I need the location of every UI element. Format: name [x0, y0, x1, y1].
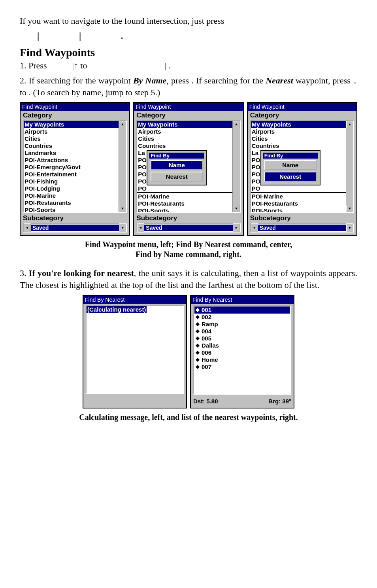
intro-para: If you want to navigate to the found int… — [20, 15, 357, 27]
waypoint-item[interactable]: 006 — [194, 349, 290, 356]
chevron-right-icon[interactable] — [346, 223, 353, 232]
waypoint-item[interactable]: Ramp — [194, 321, 290, 328]
list-item[interactable]: Airports — [251, 128, 346, 135]
svg-marker-7 — [236, 227, 238, 229]
subcategory-label: Subcategory — [23, 214, 127, 222]
list-item[interactable]: POI-Entertainment — [24, 171, 119, 178]
caption-1: Find Waypoint menu, left; Find By Neares… — [20, 240, 357, 259]
list-item[interactable]: POI-Restaurants — [137, 200, 232, 207]
list-item[interactable]: POI-Restaurants — [251, 200, 346, 207]
subcategory-selector[interactable]: Saved — [23, 223, 127, 233]
scroll-up-icon[interactable] — [233, 121, 240, 128]
intro-spacer: | | . — [36, 30, 357, 42]
waypoint-icon — [195, 350, 200, 355]
category-listbox[interactable]: My Waypoints Airports Cities Countries L… — [250, 120, 354, 213]
svg-marker-14 — [196, 322, 200, 326]
svg-marker-12 — [196, 308, 200, 312]
nearest-listbox[interactable]: 001 002 Ramp 004 005 Dallas — [193, 305, 291, 395]
list-item[interactable]: My Waypoints — [137, 121, 232, 128]
list-item[interactable]: POI-Lodging — [24, 185, 119, 192]
list-item[interactable]: Countries — [251, 142, 346, 149]
list-item[interactable]: My Waypoints — [251, 121, 346, 128]
list-item[interactable]: POI-Marine — [24, 192, 119, 199]
step-1: 1. Press |↑ to | . — [20, 60, 357, 72]
chevron-left-icon[interactable] — [24, 223, 31, 232]
scrollbar[interactable] — [232, 121, 240, 212]
heading-find-waypoints: Find Waypoints — [20, 46, 357, 59]
list-item[interactable]: Airports — [137, 128, 232, 135]
nearest-button[interactable]: Nearest — [264, 172, 317, 182]
subcategory-selector[interactable]: Saved — [250, 223, 354, 233]
subcategory-value: Saved — [31, 225, 119, 231]
svg-marker-18 — [196, 351, 200, 355]
find-by-popup: Find By Name Nearest — [260, 150, 320, 185]
svg-marker-4 — [235, 123, 238, 125]
svg-marker-20 — [196, 365, 200, 369]
svg-marker-17 — [196, 344, 200, 348]
list-item[interactable]: POI-Sports — [24, 206, 119, 212]
waypoint-item[interactable]: 004 — [194, 328, 290, 335]
list-item[interactable]: Countries — [24, 142, 119, 149]
waypoint-item[interactable]: Home — [194, 356, 290, 363]
list-item[interactable]: PO — [251, 185, 346, 193]
scrollbar[interactable] — [346, 121, 353, 212]
nearest-window-calculating: Find By Nearest (Calculating nearest) — [83, 295, 187, 408]
svg-marker-1 — [121, 208, 124, 210]
list-item[interactable]: POI-Emergncy/Govt — [24, 164, 119, 171]
find-waypoint-screens: Find Waypoint Category My Waypoints Airp… — [20, 102, 357, 236]
list-item[interactable]: Airports — [24, 128, 119, 135]
waypoint-item[interactable]: 002 — [194, 314, 290, 321]
find-by-popup: Find By Name Nearest — [147, 150, 207, 185]
list-item[interactable]: POI-Marine — [251, 193, 346, 200]
list-item[interactable]: PO — [137, 185, 232, 193]
chevron-left-icon[interactable] — [137, 223, 144, 232]
list-item[interactable]: POI-Sports — [251, 207, 346, 212]
name-button[interactable]: Name — [151, 160, 203, 170]
window-title: Find Waypoint — [134, 103, 243, 111]
popup-title: Find By — [149, 153, 204, 159]
nearest-window-results: Find By Nearest 001 002 Ramp 004 005 — [190, 295, 294, 408]
scroll-down-icon[interactable] — [119, 205, 126, 212]
subcategory-value: Saved — [258, 225, 346, 231]
chevron-right-icon[interactable] — [119, 223, 126, 232]
scroll-down-icon[interactable] — [233, 205, 240, 212]
list-item[interactable]: POI-Attractions — [24, 157, 119, 164]
list-item[interactable]: Cities — [137, 135, 232, 142]
name-button[interactable]: Name — [264, 160, 317, 170]
nearest-button[interactable]: Nearest — [151, 172, 203, 182]
scrollbar[interactable] — [119, 121, 126, 212]
list-item[interactable]: Cities — [251, 135, 346, 142]
list-item[interactable]: Countries — [137, 142, 232, 149]
waypoint-icon — [195, 357, 200, 362]
svg-marker-13 — [196, 315, 200, 319]
list-item[interactable]: POI-Marine — [137, 193, 232, 200]
svg-marker-15 — [196, 329, 200, 333]
category-listbox[interactable]: My Waypoints Airports Cities Countries L… — [23, 120, 127, 213]
list-item[interactable]: My Waypoints — [24, 121, 119, 128]
step-2: 2. If searching for the waypoint By Name… — [20, 75, 357, 98]
list-item[interactable]: Cities — [24, 135, 119, 142]
waypoint-item[interactable]: 007 — [194, 363, 290, 371]
window-title: Find By Nearest — [83, 296, 186, 304]
window-title: Find Waypoint — [248, 103, 356, 111]
scroll-down-icon[interactable] — [346, 205, 353, 212]
nearest-listbox: (Calculating nearest) — [86, 305, 184, 394]
list-item[interactable]: Landmarks — [24, 149, 119, 157]
list-item[interactable]: POI-Sports — [137, 207, 232, 212]
waypoint-icon — [195, 336, 200, 341]
scroll-up-icon[interactable] — [119, 121, 126, 128]
chevron-left-icon[interactable] — [251, 223, 258, 232]
scroll-up-icon[interactable] — [346, 121, 353, 128]
waypoint-item[interactable]: 001 — [194, 306, 290, 314]
list-item[interactable]: POI-Fishing — [24, 178, 119, 185]
calculating-message: (Calculating nearest) — [87, 306, 147, 313]
find-by-nearest-screens: Find By Nearest (Calculating nearest) Fi… — [20, 295, 357, 408]
subcategory-selector[interactable]: Saved — [136, 223, 240, 233]
waypoint-item[interactable]: Dallas — [194, 342, 290, 349]
category-listbox[interactable]: My Waypoints Airports Cities Countries L… — [136, 120, 240, 213]
subcategory-label: Subcategory — [250, 214, 354, 222]
list-item[interactable]: POI-Restaurants — [24, 199, 119, 206]
caption-2: Calculating message, left, and list of t… — [20, 412, 357, 422]
chevron-right-icon[interactable] — [233, 223, 240, 232]
waypoint-item[interactable]: 005 — [194, 335, 290, 342]
